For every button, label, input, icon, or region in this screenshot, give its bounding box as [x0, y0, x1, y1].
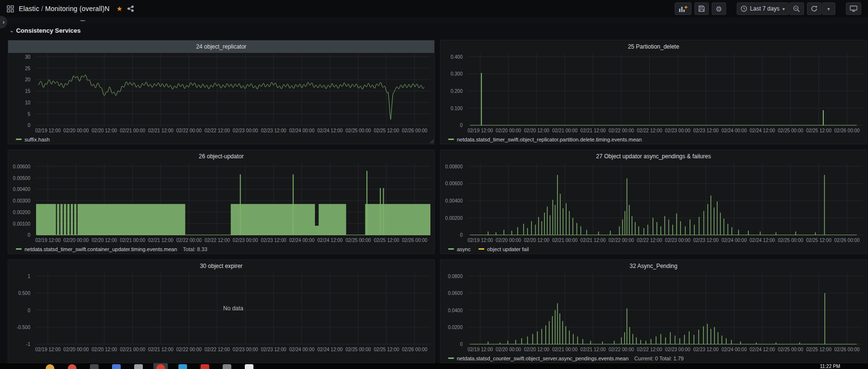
panel-resize-handle[interactable]: [429, 139, 434, 143]
plot-area: [468, 163, 863, 237]
x-axis-label: 02/25 12:00: [374, 128, 399, 133]
legend-item[interactable]: suffix.hash: [16, 137, 50, 142]
panel-header[interactable]: 26 object-updator: [8, 150, 434, 163]
panel-title[interactable]: 25 Partiotion_delete: [628, 43, 679, 50]
x-axis-label: 02/26 00:00: [402, 238, 428, 243]
y-axis-label: 0.200: [451, 89, 463, 94]
y-axis-label: 0.00200: [13, 209, 30, 215]
x-axis-label: 02/25 00:00: [345, 238, 371, 243]
legend: asyncobject updater fail: [440, 244, 867, 254]
taskbar-app-5[interactable]: [134, 364, 143, 369]
x-axis-label: 02/19 12:00: [35, 128, 61, 133]
chart-canvas: [468, 53, 863, 127]
taskbar-app-10[interactable]: [245, 364, 253, 369]
legend-item[interactable]: async: [448, 246, 471, 252]
y-axis-label: 0.00400: [13, 187, 30, 192]
x-axis-label: 02/20 00:00: [63, 347, 89, 352]
x-axis-label: 02/21 12:00: [148, 238, 174, 243]
x-axis-label: 02/21 00:00: [120, 347, 145, 352]
legend-item[interactable]: netdata.statsd_timer_swift.container_upd…: [16, 246, 177, 252]
x-axis-label: 02/20 00:00: [63, 238, 89, 243]
y-axis: 0.006000.005000.004000.003000.002000.001…: [8, 163, 32, 237]
panel-header[interactable]: 25 Partiotion_delete: [440, 40, 867, 53]
dashboards-grid-icon[interactable]: [7, 5, 14, 13]
x-axis-label: 02/24 12:00: [750, 238, 775, 243]
x-axis-label: 02/20 12:00: [92, 128, 117, 133]
y-axis: 0.008000.006000.004000.002000: [440, 163, 465, 237]
add-panel-icon: [679, 5, 688, 13]
taskbar-app-4[interactable]: [112, 364, 121, 369]
share-icon[interactable]: [127, 5, 134, 12]
legend-label: suffix.hash: [25, 137, 50, 142]
y-axis-label: 0.0200: [448, 324, 463, 330]
panel-30-object-expirer: 30 object expirer 10.5000-0.500-1 No dat…: [8, 259, 435, 363]
legend-item[interactable]: object updater fail: [478, 246, 529, 252]
y-axis-label: 0.0800: [448, 273, 463, 279]
breadcrumb[interactable]: Elastic/Monitoring (overall)N: [19, 5, 110, 13]
y-axis-label: 0.300: [451, 71, 463, 76]
legend: suffix.hash: [8, 135, 434, 144]
legend-swatch: [448, 248, 454, 250]
y-axis-label: 1: [27, 273, 30, 279]
x-axis-label: 02/21 12:00: [580, 238, 606, 243]
os-taskbar: 11:22 PM: [0, 363, 868, 369]
cycle-view-mode-button[interactable]: [846, 2, 861, 15]
chevron-down-icon: ▾: [782, 6, 785, 12]
dashboard-settings-button[interactable]: ⚙: [712, 2, 726, 15]
x-axis-label: 02/22 12:00: [204, 238, 230, 243]
zoom-out-button[interactable]: [789, 2, 804, 15]
breadcrumb-folder[interactable]: Elastic: [19, 5, 39, 13]
y-axis-label: 0.400: [451, 54, 463, 59]
x-axis-label: 02/23 12:00: [261, 347, 286, 352]
x-axis-label: 02/21 00:00: [120, 128, 145, 133]
save-dashboard-button[interactable]: [694, 2, 709, 15]
taskbar-app-2[interactable]: [68, 364, 76, 369]
legend-stat: Current: 0 Total: 1.79: [634, 356, 684, 361]
refresh-interval-dropdown[interactable]: ▾: [822, 2, 835, 15]
refresh-button[interactable]: [807, 2, 821, 15]
plot-area: [468, 272, 863, 346]
legend-swatch: [16, 139, 22, 140]
panel-title[interactable]: 27 Object updator async_pendings & failu…: [596, 153, 711, 160]
y-axis-label: 0.00300: [13, 198, 30, 204]
time-range-picker[interactable]: Last 7 days ▾: [737, 2, 789, 15]
taskbar-app-8[interactable]: [201, 364, 209, 369]
panel-header[interactable]: 24 object_replicator: [8, 40, 434, 53]
taskbar-app-3[interactable]: [90, 364, 99, 369]
panel-title[interactable]: 26 object-updator: [199, 153, 243, 160]
row-header-consistency-services[interactable]: ⌄ Consistency Services: [10, 27, 81, 34]
x-axis-label: 02/25 12:00: [806, 347, 831, 352]
panel-header[interactable]: 27 Object updator async_pendings & failu…: [440, 150, 867, 163]
x-axis-label: 02/22 00:00: [176, 128, 201, 133]
taskbar-app-1[interactable]: [46, 364, 54, 369]
panel-header[interactable]: 32 Async_Pending: [440, 260, 867, 272]
panel-32-async-pending: 32 Async_Pending 0.08000.06000.04000.020…: [440, 259, 867, 363]
legend-label: async: [457, 246, 471, 252]
x-axis-label: 02/21 00:00: [552, 238, 578, 243]
taskbar-app-9[interactable]: [223, 364, 231, 369]
chart-canvas: [36, 163, 430, 237]
plot-area: [468, 53, 863, 127]
y-axis: 302520151050: [8, 53, 32, 127]
panel-title[interactable]: 30 object expirer: [200, 263, 243, 269]
x-axis-label: 02/23 12:00: [261, 238, 286, 243]
x-axis-label: 02/25 00:00: [345, 347, 371, 352]
panel-title[interactable]: 24 object_replicator: [196, 43, 247, 50]
x-axis: 02/19 12:0002/20 00:0002/20 12:0002/21 0…: [440, 237, 867, 244]
star-icon[interactable]: ★: [116, 5, 123, 13]
panel-header[interactable]: 30 object expirer: [8, 260, 434, 272]
page-title[interactable]: Monitoring (overall)N: [45, 5, 110, 13]
x-axis-label: 02/21 12:00: [580, 347, 606, 352]
legend-item[interactable]: netdata.statsd_timer_swift.object_replic…: [448, 137, 642, 142]
chart-canvas: [468, 163, 863, 237]
legend: netdata.statsd_counter_swift.object_serv…: [440, 354, 867, 363]
add-panel-button[interactable]: [675, 2, 692, 15]
y-axis-label: 0.500: [18, 291, 30, 296]
x-axis-label: 02/20 00:00: [496, 238, 521, 243]
taskbar-app-7[interactable]: [178, 364, 187, 369]
x-axis-label: 02/24 12:00: [750, 347, 775, 352]
y-axis-label: 0.00600: [445, 181, 463, 186]
legend-item[interactable]: netdata.statsd_counter_swift.object_serv…: [448, 356, 629, 361]
panel-title[interactable]: 32 Async_Pending: [629, 263, 677, 269]
chevron-down-icon: ▾: [827, 6, 830, 12]
